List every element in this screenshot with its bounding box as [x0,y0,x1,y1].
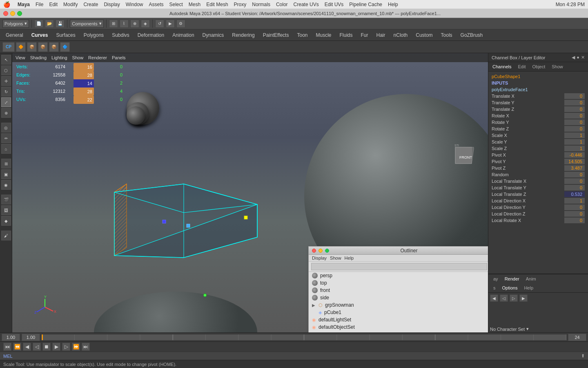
lighting-menu[interactable]: Lighting [51,55,67,60]
outliner-item-defaultlightset[interactable]: ◉ defaultLightSet [309,316,488,323]
render-btn[interactable]: ▶ [166,20,175,28]
tab-tools[interactable]: Tools [437,31,457,40]
sculpt-btn[interactable]: ✏ [1,133,11,143]
pb-jump-end[interactable]: ⏭ [82,343,90,351]
scene-btn[interactable]: 🎬 [1,195,11,204]
settings-btn[interactable]: ⚙ [176,20,185,28]
tab-deformation[interactable]: Deformation [134,31,168,40]
tab-animation[interactable]: Animation [168,31,198,40]
menu-display[interactable]: Display [104,2,120,7]
menu-maya[interactable]: Maya [18,2,30,7]
shading-menu[interactable]: Shading [30,55,47,60]
paint-effects-btn[interactable]: 🖌 [1,231,11,240]
outliner-item-side[interactable]: side [309,294,488,301]
show-menu[interactable]: Show [72,55,84,60]
menu-edit-mesh[interactable]: Edit Mesh [206,2,228,7]
ch-scale-x-val[interactable]: 1 [564,132,585,138]
ch-tab-show[interactable]: Show [548,63,566,70]
ch-local-direction-z[interactable]: Local Direction Z 0 [488,211,588,217]
ch-scale-y[interactable]: Scale Y 1 [488,139,588,145]
ch-header-icon-1[interactable]: ◀ [572,55,575,60]
outliner-zoom[interactable] [325,249,329,253]
render-tab-render[interactable]: Render [501,275,523,283]
menu-create[interactable]: Create [83,2,98,7]
close-button[interactable] [3,11,8,16]
menu-color[interactable]: Color [276,2,288,7]
timeline-start[interactable] [2,334,20,341]
render-tab-anim[interactable]: Anim [523,275,539,283]
ch-translate-y[interactable]: Translate Y 0 [488,99,588,106]
scale-tool-btn[interactable]: ⤢ [1,97,11,107]
sub-btn-3[interactable]: 📦 [38,42,48,52]
outliner-item-front[interactable]: front [309,287,488,294]
menu-window[interactable]: Window [126,2,143,7]
outliner-item-persp[interactable]: persp [309,272,488,279]
ch-rotate-x[interactable]: Rotate X 0 [488,112,588,119]
pb-play-fwd[interactable]: ▶ [52,343,60,351]
menu-create-uvs[interactable]: Create UVs [294,2,319,7]
menu-modify[interactable]: Modify [63,2,78,7]
ch-local-rotate-x[interactable]: Local Rotate X 0 [488,217,588,224]
ch-local-translate-y-val[interactable]: 0 [564,185,585,191]
ch-local-direction-x-val[interactable]: 1 [564,198,585,204]
select-tool-btn[interactable]: ↖ [1,55,11,65]
layer-btn-1[interactable]: ◀ [490,294,498,302]
snap-curve-btn[interactable]: ⌇ [120,20,129,28]
menu-pipeline[interactable]: Pipeline Cache [349,2,382,7]
render-view-btn[interactable]: 🖼 [1,205,11,215]
menu-assets[interactable]: Assets [149,2,163,7]
snap-grid-btn[interactable]: ⊞ [109,20,118,28]
outliner-close[interactable] [312,249,316,253]
tab-muscle[interactable]: Muscle [312,31,336,40]
menu-proxy[interactable]: Proxy [234,2,247,7]
sub-btn-5[interactable]: 🔷 [60,42,70,52]
ch-random-val[interactable]: 0 [564,172,585,177]
ch-header-icon-3[interactable]: ✕ [581,55,585,60]
manipulator-dot[interactable] [203,294,207,297]
maximize-button[interactable] [17,11,22,16]
pb-jump-start[interactable]: ⏮ [3,343,11,351]
tab-ncloth[interactable]: nCloth [390,31,412,40]
ch-translate-z-val[interactable]: 0 [564,106,585,112]
ch-scale-z[interactable]: Scale Z 1 [488,145,588,152]
outliner-item-top[interactable]: top [309,279,488,287]
tab-subdivs[interactable]: Subdivs [108,31,134,40]
pb-step-fwd[interactable]: ⏩ [72,343,80,351]
ch-local-rotate-x-val[interactable]: 0 [564,218,585,223]
navigation-cube[interactable]: FRONT STI [451,143,480,172]
tab-rendering[interactable]: Rendering [228,31,258,40]
tab-dynamics[interactable]: Dynamics [198,31,228,40]
hypershade-btn[interactable]: ◆ [1,216,11,226]
ch-translate-x[interactable]: Translate X 0 [488,93,588,99]
ch-pivot-y[interactable]: Pivot Y 14.505 [488,158,588,165]
soft-select-btn[interactable]: ◎ [1,123,11,132]
tab-fur[interactable]: Fur [357,31,372,40]
pb-stop[interactable]: ⏹ [42,343,51,351]
ch-local-direction-x[interactable]: Local Direction X 1 [488,197,588,204]
ch-rotate-z[interactable]: Rotate Z 0 [488,126,588,132]
tab-polygons[interactable]: Polygons [80,31,108,40]
ch-rotate-y-val[interactable]: 0 [564,119,585,125]
outliner-show-menu[interactable]: Show [330,256,341,260]
outliner-display-menu[interactable]: Display [312,256,327,260]
file-save-btn[interactable]: 💾 [56,20,65,28]
history-btn[interactable]: ↺ [155,20,164,28]
ch-translate-x-val[interactable]: 0 [564,93,585,99]
show-manip-btn[interactable]: ⌂ [1,144,11,154]
layer-tab-s[interactable]: s [490,284,499,292]
ch-pivot-z[interactable]: Pivot Z 3.487 [488,165,588,171]
snap-point-btn[interactable]: ⊕ [130,20,139,28]
region-select-btn[interactable]: ▣ [1,169,11,179]
file-open-btn[interactable]: 📂 [45,20,54,28]
tab-surfaces[interactable]: Surfaces [52,31,79,40]
ch-local-direction-y-val[interactable]: 0 [564,204,585,210]
mode-dropdown[interactable]: Polygons ▾ [2,20,29,28]
ch-local-direction-y[interactable]: Local Direction Y 0 [488,204,588,211]
apple-menu[interactable]: 🍎 [3,1,10,8]
minimize-button[interactable] [10,11,15,16]
tab-toon[interactable]: Toon [293,31,312,40]
ch-scale-z-val[interactable]: 1 [564,146,585,151]
tab-general[interactable]: General [2,31,27,40]
ch-rotate-x-val[interactable]: 0 [564,113,585,119]
pb-play-back[interactable]: ◁ [33,343,41,351]
